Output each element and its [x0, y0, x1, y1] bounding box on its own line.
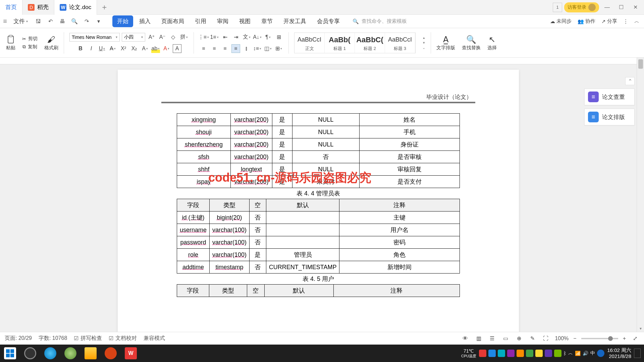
spell-check-button[interactable]: ☑拼写检查 [74, 335, 102, 342]
align-justify-icon[interactable]: ≡ [231, 44, 240, 53]
table-cell[interactable]: 角色 [339, 249, 460, 261]
start-button[interactable] [0, 345, 20, 362]
bullet-list-icon[interactable]: ⋮≡ [199, 33, 208, 42]
tab-add-button[interactable]: + [97, 3, 112, 12]
collapse-ribbon-icon[interactable]: ︿ [634, 18, 639, 24]
table-cell[interactable]: 用户名 [339, 224, 460, 236]
tray-icon[interactable] [498, 350, 505, 357]
table-cell[interactable]: 是否审核 [359, 151, 460, 163]
zoom-knob[interactable] [608, 336, 613, 341]
window-count[interactable]: 1 [553, 3, 562, 12]
thesis-layout-button[interactable]: ≡ 论文排版 [584, 109, 635, 125]
table-row[interactable]: id (主键)bigint(20)否主键 [177, 212, 460, 224]
file-menu[interactable]: 文件▾ [10, 17, 31, 25]
clear-format-icon[interactable]: ◇ [169, 33, 177, 42]
undo-icon[interactable]: ↶ [47, 18, 54, 25]
tab-view[interactable]: 视图 [234, 15, 255, 27]
table-cell[interactable]: NULL [292, 114, 359, 126]
table-cell[interactable]: shouji [177, 126, 231, 138]
volume-icon[interactable]: 🔊 [583, 351, 588, 356]
tab-review[interactable]: 审阅 [212, 15, 233, 27]
increase-font-icon[interactable]: A⁺ [147, 33, 156, 42]
more-quick-icon[interactable]: ▾ [95, 18, 102, 25]
notifications-icon[interactable] [634, 349, 641, 358]
outline-icon[interactable]: ☰ [488, 334, 496, 343]
table-cell[interactable] [266, 236, 339, 249]
table-cell[interactable]: addtime [177, 261, 210, 274]
italic-icon[interactable]: I [87, 44, 96, 53]
table-cell[interactable]: role [177, 249, 210, 261]
tab-devtools[interactable]: 开发工具 [279, 15, 311, 27]
maximize-button[interactable]: ☐ [615, 2, 627, 13]
table-cell[interactable]: timestamp [210, 261, 250, 274]
tab-reference[interactable]: 引用 [190, 15, 211, 27]
close-button[interactable]: ✕ [629, 2, 641, 13]
table-cell[interactable]: varchar(200) [230, 114, 272, 126]
tray-icon[interactable] [488, 350, 496, 357]
vertical-scrollbar[interactable]: ▾ [637, 58, 644, 332]
tray-icon[interactable] [597, 350, 604, 357]
table-cell[interactable]: 主键 [339, 212, 460, 224]
distribute-icon[interactable]: ⫿ [242, 44, 251, 53]
side-panel-toggle[interactable]: ⌃ [625, 77, 635, 85]
table-cell[interactable]: 是 [250, 249, 266, 261]
table-cell[interactable]: 是 [272, 126, 292, 138]
strikethrough-icon[interactable]: A̶ [108, 44, 117, 53]
table-cell[interactable]: varchar(100) [210, 249, 250, 261]
tab-daoke[interactable]: D 稻壳 [22, 0, 54, 15]
more-menu-icon[interactable]: ⋮ [623, 18, 628, 24]
reading-icon[interactable]: ▭ [501, 334, 510, 343]
table-cell[interactable] [266, 212, 339, 224]
scrollbar-down-icon[interactable]: ▾ [637, 325, 644, 332]
align-center-icon[interactable]: ≡ [210, 44, 219, 53]
table-cell[interactable]: varchar(100) [210, 236, 250, 249]
table-cell[interactable]: 否 [250, 212, 266, 224]
table-cell[interactable]: 是否支付 [359, 176, 460, 188]
browser-icon[interactable] [60, 345, 80, 362]
styles-expand-icon[interactable]: ⌄ [422, 46, 425, 50]
table-cell[interactable] [266, 224, 339, 236]
table-cell[interactable]: NULL [292, 126, 359, 138]
tab-page-layout[interactable]: 页面布局 [157, 15, 189, 27]
tray-icon[interactable] [526, 350, 533, 357]
asian-layout-icon[interactable]: 文 [242, 33, 251, 42]
table-cell[interactable]: 是 [272, 114, 292, 126]
print-icon[interactable]: 🖶 [59, 18, 66, 25]
table-cell[interactable]: 新增时间 [339, 261, 460, 274]
fullscreen-icon[interactable]: ⤢ [631, 334, 639, 343]
phonetic-icon[interactable]: 拼 [179, 33, 188, 42]
style-h1[interactable]: AaBb(标题 1 [325, 33, 355, 53]
table-cell[interactable]: varchar(200) [230, 126, 272, 138]
bold-icon[interactable]: B [76, 44, 85, 53]
tabs-icon[interactable]: ⊞ [274, 33, 283, 42]
zoom-in-icon[interactable]: + [623, 336, 626, 342]
table-cell[interactable]: CURRENT_TIMESTAMP [266, 261, 339, 274]
show-marks-icon[interactable]: ¶ [264, 33, 272, 42]
underline-icon[interactable]: U [98, 44, 106, 53]
style-h2[interactable]: AaBbC(标题 2 [355, 33, 385, 53]
guest-login-button[interactable]: 访客登录 [564, 2, 599, 12]
table-cell[interactable]: password [177, 236, 210, 249]
border-icon[interactable]: ⊞ [274, 44, 283, 53]
ie-icon[interactable] [40, 345, 60, 362]
table-cell[interactable]: 密码 [339, 236, 460, 249]
paste-button[interactable]: 粘贴 [6, 35, 15, 51]
save-icon[interactable]: 🖫 [35, 18, 42, 25]
font-name-select[interactable]: Times New Roman▾ [69, 33, 120, 42]
style-body[interactable]: AaBbCcI正文 [294, 33, 325, 53]
tray-icon[interactable] [554, 350, 561, 357]
table-row[interactable]: passwordvarchar(100)否密码 [177, 236, 460, 249]
table-cell[interactable]: 否 [250, 236, 266, 249]
table-cell[interactable]: sfsh [177, 151, 231, 163]
tray-expand-icon[interactable]: ︿ [568, 350, 573, 356]
zoom-value[interactable]: 100% [555, 336, 569, 342]
tray-icon[interactable] [507, 350, 515, 357]
page[interactable]: 毕业设计（论文） xingmingvarchar(200)是NULL姓名shou… [118, 70, 519, 332]
table-cell[interactable]: 手机 [359, 126, 460, 138]
print-preview-icon[interactable]: 🔍 [71, 18, 78, 25]
hamburger-icon[interactable]: ≡ [0, 17, 10, 25]
wps-icon[interactable]: W [121, 345, 141, 362]
number-list-icon[interactable]: 1≡ [210, 33, 219, 42]
fit-icon[interactable]: ⛶ [541, 334, 550, 343]
plagiarism-check-button[interactable]: ≡ 论文查重 [584, 88, 635, 105]
